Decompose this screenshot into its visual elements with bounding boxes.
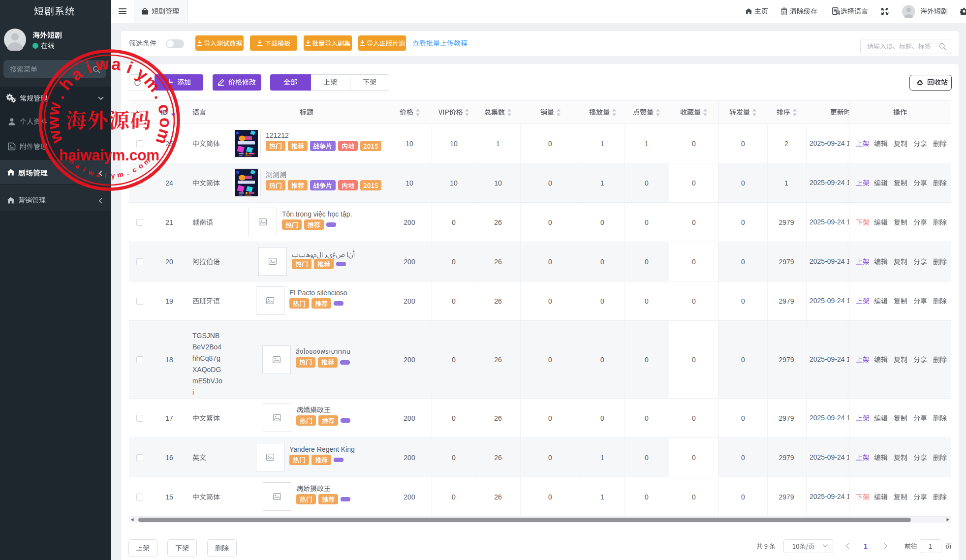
- svg-text:w: w: [43, 116, 62, 130]
- svg-text:w: w: [94, 54, 110, 74]
- svg-text:c: c: [155, 102, 175, 115]
- svg-text:w: w: [43, 100, 64, 118]
- svg-text:.: .: [125, 169, 130, 177]
- svg-text:a: a: [95, 170, 101, 179]
- svg-text:y: y: [111, 171, 115, 179]
- svg-text:m: m: [152, 127, 174, 147]
- svg-text:m: m: [117, 170, 124, 179]
- svg-text:o: o: [156, 117, 175, 128]
- svg-text:i: i: [125, 58, 136, 77]
- svg-text:i: i: [104, 172, 107, 180]
- svg-text:i: i: [82, 166, 87, 174]
- svg-text:.: .: [49, 89, 67, 101]
- svg-text:haiwaiym.com: haiwaiym.com: [59, 146, 159, 164]
- svg-text:c: c: [131, 165, 138, 174]
- svg-text:i: i: [83, 58, 94, 77]
- svg-text:w: w: [87, 168, 95, 177]
- svg-text:a: a: [111, 54, 123, 74]
- svg-text:w: w: [44, 127, 66, 146]
